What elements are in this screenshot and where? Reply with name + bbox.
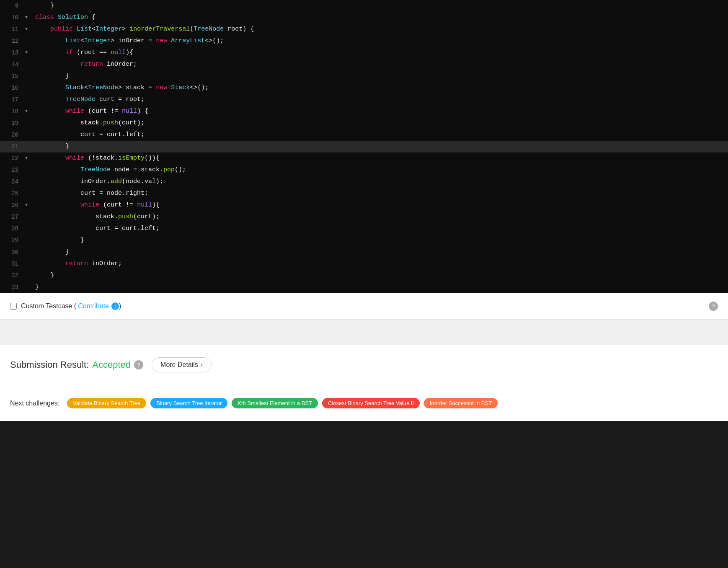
code-line-10: 10 ▼ class Solution { (0, 12, 728, 23)
submission-section: Submission Result: Accepted ? More Detai… (0, 345, 728, 391)
code-line-13: 13 ▼ if (root == null){ (0, 47, 728, 59)
code-line-18: 18 ▼ while (curt != null) { (0, 106, 728, 117)
contribute-link[interactable]: Contribute (78, 302, 109, 310)
code-line-28: 28 curt = curt.left; (0, 223, 728, 235)
line-number-25: 25 (0, 188, 25, 199)
code-line-24: 24 inOrder.add(node.val); (0, 176, 728, 188)
more-details-arrow: › (201, 361, 203, 369)
code-editor: 9 } 10 ▼ class Solution { 11 ▼ public Li… (0, 0, 728, 293)
next-challenges-label: Next challenges: (10, 400, 59, 407)
next-challenges-line: Next challenges: Validate Binary Search … (10, 398, 718, 408)
line-number-26: 26 (0, 200, 25, 211)
code-line-20: 20 curt = curt.left; (0, 129, 728, 141)
code-line-21: 21 } (0, 141, 728, 152)
challenge-tag-kth-smallest[interactable]: Kth Smallest Element in a BST (232, 398, 318, 408)
line-number-10: 10 (0, 12, 25, 23)
line-number-28: 28 (0, 223, 25, 234)
testcase-bar: Custom Testcase ( Contribute i ) ? (0, 293, 728, 320)
line-number-32: 32 (0, 270, 25, 281)
line-number-11: 11 (0, 24, 25, 35)
challenge-tag-closest-bst[interactable]: Closest Binary Search Tree Value II (322, 398, 420, 408)
help-icon[interactable]: ? (709, 302, 718, 311)
line-number-12: 12 (0, 36, 25, 46)
bottom-section: Custom Testcase ( Contribute i ) ? Submi… (0, 293, 728, 421)
code-line-25: 25 curt = node.right; (0, 188, 728, 199)
code-line-23: 23 TreeNode node = stack.pop(); (0, 164, 728, 176)
code-line-22: 22 ▼ while (!stack.isEmpty()){ (0, 152, 728, 164)
submission-status: Accepted (92, 359, 131, 370)
submission-result-line: Submission Result: Accepted ? More Detai… (10, 357, 718, 372)
spacer (0, 320, 728, 345)
fold-10[interactable]: ▼ (25, 12, 32, 23)
info-icon[interactable]: i (111, 302, 119, 310)
line-number-31: 31 (0, 258, 25, 269)
challenge-tag-validate-bst[interactable]: Validate Binary Search Tree (67, 398, 146, 408)
submission-help-icon[interactable]: ? (134, 360, 143, 369)
line-number-29: 29 (0, 235, 25, 246)
line-number-20: 20 (0, 129, 25, 140)
line-number-30: 30 (0, 247, 25, 258)
line-number-19: 19 (0, 118, 25, 129)
fold-18[interactable]: ▼ (25, 106, 32, 117)
code-line-26: 26 ▼ while (curt != null){ (0, 199, 728, 211)
line-number-21: 21 (0, 141, 25, 152)
line-number-33: 33 (0, 282, 25, 293)
line-number-24: 24 (0, 176, 25, 187)
fold-22[interactable]: ▼ (25, 153, 32, 164)
line-number-14: 14 (0, 59, 25, 70)
fold-11[interactable]: ▼ (25, 24, 32, 35)
line-number-13: 13 (0, 47, 25, 58)
code-line-15: 15 } (0, 70, 728, 82)
code-line-14: 14 return inOrder; (0, 59, 728, 70)
line-number-15: 15 (0, 71, 25, 82)
line-number-16: 16 (0, 83, 25, 93)
challenge-tag-inorder-successor[interactable]: Inorder Successor in BST (424, 398, 498, 408)
fold-13[interactable]: ▼ (25, 47, 32, 58)
challenge-tag-bst-iterator[interactable]: Binary Search Tree Iterator (150, 398, 227, 408)
code-line-27: 27 stack.push(curt); (0, 211, 728, 223)
code-line-12: 12 List<Integer> inOrder = new ArrayList… (0, 35, 728, 47)
next-challenges-section: Next challenges: Validate Binary Search … (0, 391, 728, 421)
code-line-9: 9 } (0, 0, 728, 12)
code-line-31: 31 return inOrder; (0, 258, 728, 270)
code-line-11: 11 ▼ public List<Integer> inorderTravers… (0, 23, 728, 35)
code-line-16: 16 Stack<TreeNode> stack = new Stack<>()… (0, 82, 728, 94)
code-line-17: 17 TreeNode curt = root; (0, 94, 728, 106)
code-line-33: 33 } (0, 281, 728, 293)
line-number-17: 17 (0, 94, 25, 105)
code-line-29: 29 } (0, 235, 728, 246)
line-number-9: 9 (0, 0, 25, 11)
more-details-button[interactable]: More Details › (152, 357, 212, 372)
code-line-32: 32 } (0, 270, 728, 281)
submission-result-label: Submission Result: (10, 359, 89, 370)
testcase-label-end: ) (119, 302, 121, 310)
line-number-18: 18 (0, 106, 25, 117)
more-details-label: More Details (160, 361, 198, 369)
fold-26[interactable]: ▼ (25, 200, 32, 211)
code-line-19: 19 stack.push(curt); (0, 117, 728, 129)
line-number-27: 27 (0, 212, 25, 222)
testcase-label: Custom Testcase ( (21, 302, 76, 310)
code-line-30: 30 } (0, 246, 728, 258)
line-number-22: 22 (0, 153, 25, 164)
line-number-23: 23 (0, 165, 25, 176)
custom-testcase-checkbox[interactable] (10, 303, 17, 310)
